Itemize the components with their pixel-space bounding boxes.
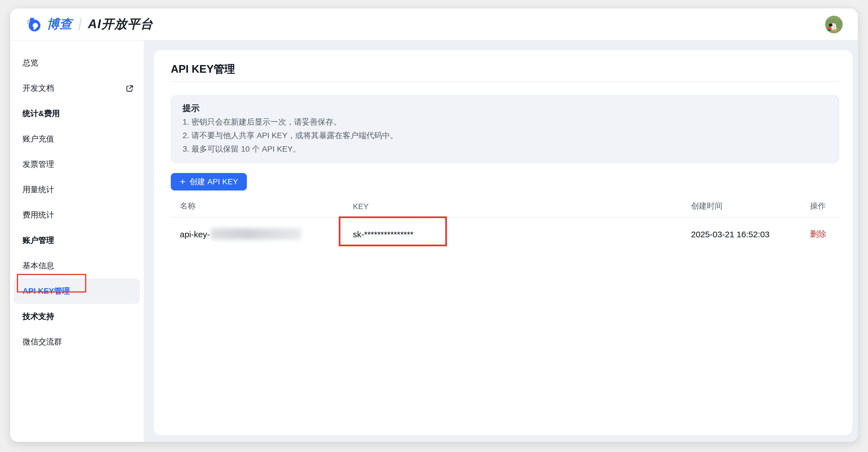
- tip-line: 3. 最多可以保留 10 个 API KEY。: [183, 142, 828, 156]
- sidebar-item-api-key[interactable]: API KEY管理: [13, 279, 140, 304]
- create-button-label: 创建 API KEY: [189, 177, 238, 187]
- tip-line: 1. 密钥只会在新建后显示一次，请妥善保存。: [183, 115, 828, 129]
- content-panel: API KEY管理 提示 1. 密钥只会在新建后显示一次，请妥善保存。 2. 请…: [154, 50, 852, 435]
- cell-action: 删除: [801, 229, 839, 239]
- redacted-name-blur: [211, 228, 301, 239]
- sidebar-item-label: 开发文档: [23, 83, 54, 93]
- tips-title: 提示: [183, 104, 828, 113]
- sidebar-section-account: 账户管理: [10, 228, 144, 253]
- brand-logo[interactable]: 博查 AI开放平台: [25, 16, 153, 33]
- sidebar-item-recharge[interactable]: 账户充值: [10, 126, 144, 152]
- brand-divider: [79, 18, 82, 30]
- sidebar-item-wechat-group[interactable]: 微信交流群: [10, 329, 144, 355]
- top-header: 博查 AI开放平台: [10, 8, 858, 40]
- cell-key-value: sk-***************: [344, 229, 682, 239]
- sidebar-section-support: 技术支持: [10, 304, 144, 329]
- sidebar-item-usage-stats[interactable]: 用量统计: [10, 177, 144, 202]
- table-header-row: 名称 KEY 创建时间 操作: [171, 195, 839, 217]
- sidebar-item-cost-stats[interactable]: 费用统计: [10, 202, 144, 228]
- tips-box: 提示 1. 密钥只会在新建后显示一次，请妥善保存。 2. 请不要与他人共享 AP…: [171, 95, 839, 163]
- tips-list: 1. 密钥只会在新建后显示一次，请妥善保存。 2. 请不要与他人共享 API K…: [183, 115, 828, 156]
- sidebar-item-overview[interactable]: 总览: [10, 50, 144, 75]
- title-divider: [171, 81, 839, 82]
- page: 博查 AI开放平台: [0, 0, 868, 452]
- table-row: api-key- sk-*************** 2025-03-21 1…: [171, 218, 839, 250]
- column-header-created: 创建时间: [682, 201, 801, 211]
- brand-name: 博查: [47, 16, 72, 33]
- api-key-table: 名称 KEY 创建时间 操作 api-key- sk-*************…: [171, 195, 839, 250]
- plus-icon: +: [180, 177, 185, 186]
- cell-created-time: 2025-03-21 16:52:03: [682, 229, 801, 239]
- column-header-name: 名称: [171, 201, 344, 211]
- page-title: API KEY管理: [171, 50, 839, 75]
- tip-line: 2. 请不要与他人共享 API KEY，或将其暴露在客户端代码中。: [183, 129, 828, 142]
- column-header-action: 操作: [801, 201, 839, 211]
- product-name: AI开放平台: [88, 16, 153, 33]
- cell-key-name: api-key-: [171, 228, 344, 239]
- window-body: 总览 开发文档 统计&费用 账户充值 发票管理 用量统计 费用统计: [10, 40, 858, 442]
- user-avatar[interactable]: [825, 15, 843, 33]
- app-window: 博查 AI开放平台: [10, 8, 858, 442]
- sidebar-item-basic-info[interactable]: 基本信息: [10, 253, 144, 279]
- sidebar-nav: 总览 开发文档 统计&费用 账户充值 发票管理 用量统计 费用统计: [10, 40, 144, 442]
- key-name-prefix: api-key-: [180, 229, 210, 239]
- column-header-key: KEY: [344, 201, 682, 211]
- delete-link[interactable]: 删除: [810, 229, 826, 238]
- sidebar-section-stats-fees: 统计&费用: [10, 101, 144, 126]
- main-area: API KEY管理 提示 1. 密钥只会在新建后显示一次，请妥善保存。 2. 请…: [144, 40, 858, 442]
- brand-icon: [25, 16, 42, 32]
- sidebar-item-docs[interactable]: 开发文档: [10, 75, 144, 101]
- external-link-icon: [126, 84, 133, 92]
- create-api-key-button[interactable]: + 创建 API KEY: [171, 173, 247, 191]
- sidebar-item-invoice[interactable]: 发票管理: [10, 152, 144, 177]
